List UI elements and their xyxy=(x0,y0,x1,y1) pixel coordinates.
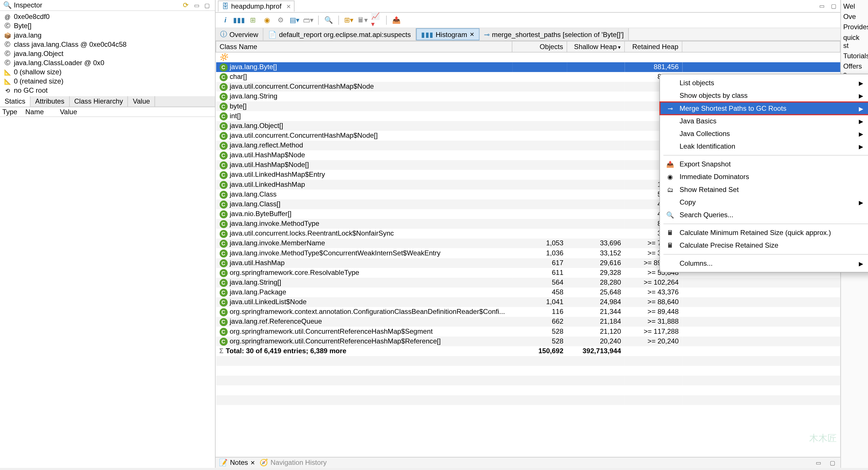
table-row[interactable]: Corg.springframework.util.ConcurrentRefe… xyxy=(216,336,840,346)
menu-item-immediate-dominators[interactable]: ◉Immediate Dominators xyxy=(660,170,868,183)
minimize-icon[interactable]: ▭ xyxy=(814,459,823,467)
inspector-tab-attributes[interactable]: Attributes xyxy=(30,96,69,106)
menu-item-leak-identification[interactable]: Leak Identification▶ xyxy=(660,140,868,153)
class-icon: C xyxy=(219,259,227,267)
histogram-icon: ▮▮▮ xyxy=(421,30,433,38)
editor-toolbar: i ▮▮▮ ⊞ ◉ ⚙ ▤▾ 🗃▾ 🔍 ⊞▾ 🖩▾ 📈▾ 📤 xyxy=(216,12,840,28)
minimize-icon[interactable]: ▭ xyxy=(817,2,826,10)
table-row[interactable]: Cjava.lang.String[]56428,280>= 102,264 xyxy=(216,278,840,287)
chart-icon[interactable]: 📈▾ xyxy=(371,15,381,25)
table-row[interactable]: Cjava.lang.ref.ReferenceQueue66221,184>=… xyxy=(216,316,840,326)
maximize-icon[interactable]: ▢ xyxy=(828,459,837,467)
table-row[interactable]: Corg.springframework.context.annotation.… xyxy=(216,307,840,316)
filter-row[interactable]: 🔆 xyxy=(216,52,840,62)
class-icon: C xyxy=(219,102,227,110)
class-icon: C xyxy=(219,318,227,326)
sidebar-text: quick st xyxy=(843,33,866,49)
inner-tab-merge_shortest_paths[interactable]: ⊸merge_shortest_paths [selection of 'Byt… xyxy=(479,28,629,40)
menu-item-copy[interactable]: Copy▶ xyxy=(660,196,868,209)
info-icon[interactable]: i xyxy=(220,15,230,25)
inspector-tab-class-hierarchy[interactable]: Class Hierarchy xyxy=(69,96,128,106)
table-row[interactable]: Corg.springframework.util.ConcurrentRefe… xyxy=(216,326,840,336)
menu-separator xyxy=(663,223,868,224)
group-icon[interactable]: ⊞▾ xyxy=(344,15,354,25)
blank-icon xyxy=(665,142,675,151)
menu-item-calculate-precise-retained-siz[interactable]: 🖩Calculate Precise Retained Size xyxy=(660,239,868,252)
tree-row[interactable]: ⟲no GC root xyxy=(2,86,213,95)
empty-row xyxy=(216,395,840,405)
close-icon[interactable]: ✕ xyxy=(250,459,255,466)
nav-history-tab[interactable]: 🧭 Navigation History xyxy=(259,459,327,467)
class-icon: Ⓒ xyxy=(3,22,11,30)
search-icon[interactable]: 🔍 xyxy=(323,15,334,25)
tree-row[interactable]: Ⓒclass java.lang.Class @ 0xe0c04c58 xyxy=(2,40,213,49)
tree-row[interactable]: @0xe0e8cdf0 xyxy=(2,12,213,21)
tree-row[interactable]: Ⓒjava.lang.Object xyxy=(2,49,213,58)
maximize-icon[interactable]: ▢ xyxy=(829,2,838,10)
thread-icon[interactable]: 🗃▾ xyxy=(303,15,313,25)
menu-item-java-collections[interactable]: Java Collections▶ xyxy=(660,127,868,140)
query-icon[interactable]: ▤▾ xyxy=(289,15,300,25)
menu-item-show-objects-by-class[interactable]: Show objects by class▶ xyxy=(660,89,868,102)
tree-row[interactable]: 📐0 (retained size) xyxy=(2,76,213,86)
export-icon[interactable]: 📤 xyxy=(391,15,402,25)
tree-row[interactable]: ⒸByte[] xyxy=(2,21,213,30)
class-icon: C xyxy=(219,338,227,345)
chevron-right-icon: ▶ xyxy=(847,260,863,267)
table-row[interactable]: Cjava.util.LinkedList$Node1,04124,984>= … xyxy=(216,297,840,307)
class-icon: C xyxy=(219,229,227,238)
menu-item-show-retained-set[interactable]: 🗂Show Retained Set xyxy=(660,183,868,196)
report-icon: 📄 xyxy=(268,30,277,38)
menu-label: Java Collections xyxy=(679,130,730,138)
close-icon[interactable]: ✕ xyxy=(470,31,474,37)
inspector-title: Inspector xyxy=(14,1,179,9)
inner-tab-overview[interactable]: ⓘOverview xyxy=(216,28,264,40)
table-row[interactable]: Cjava.lang.Byte[]881,456 xyxy=(216,62,840,72)
menu-item-java-basics[interactable]: Java Basics▶ xyxy=(660,115,868,127)
inspector-tab-value[interactable]: Value xyxy=(128,96,155,106)
notes-tab[interactable]: 📝 Notes ✕ xyxy=(219,459,255,467)
calc-icon[interactable]: 🖩▾ xyxy=(358,15,368,25)
class-icon: C xyxy=(219,112,227,120)
menu-item-search-queries-[interactable]: 🔍Search Queries... xyxy=(660,209,868,221)
empty-row xyxy=(216,375,840,385)
menu-item-list-objects[interactable]: List objects▶ xyxy=(660,76,868,89)
close-icon[interactable]: ✕ xyxy=(286,3,291,9)
menu-label: Calculate Minimum Retained Size (quick a… xyxy=(679,229,831,237)
column-objects[interactable]: Objects xyxy=(512,41,567,52)
nav-icon: 🧭 xyxy=(259,459,268,467)
menu-item-columns-[interactable]: Columns...▶ xyxy=(660,257,868,270)
tree-label: 0 (retained size) xyxy=(14,77,63,85)
histogram-icon[interactable]: ▮▮▮ xyxy=(234,15,244,25)
editor-tab-heapdump[interactable]: 🗄 heapdump.hprof ✕ xyxy=(218,1,295,11)
class-icon: Ⓒ xyxy=(3,50,11,58)
tree-row[interactable]: 📐0 (shallow size) xyxy=(2,67,213,76)
menu-item-merge-shortest-paths-to-gc-roo[interactable]: ⊸Merge Shortest Paths to GC Roots▶ xyxy=(660,102,868,115)
column-shallow-heap[interactable]: Shallow Heap▾ xyxy=(567,41,625,52)
tree-row[interactable]: 📦java.lang xyxy=(2,30,213,40)
column-class-name[interactable]: Class Name xyxy=(216,41,512,52)
menu-label: Calculate Precise Retained Size xyxy=(679,241,778,249)
gear-icon[interactable]: ⚙ xyxy=(276,15,286,25)
inspector-tab-statics[interactable]: Statics xyxy=(0,96,30,106)
table-row[interactable]: Cjava.lang.Package45825,648>= 43,376 xyxy=(216,287,840,297)
inner-tab-default_report[interactable]: 📄default_report org.eclipse.mat.api:susp… xyxy=(264,28,416,40)
menu-label: Java Basics xyxy=(679,117,716,125)
tree-row[interactable]: Ⓒjava.lang.ClassLoader @ 0x0 xyxy=(2,58,213,67)
column-retained-heap[interactable]: Retained Heap xyxy=(625,41,682,52)
dominators-icon[interactable]: ◉ xyxy=(262,15,272,25)
class-icon: C xyxy=(219,239,227,247)
menu-item-export-snapshot[interactable]: 📤Export Snapshot xyxy=(660,158,868,170)
at-icon: @ xyxy=(3,12,11,21)
menu-item-calculate-minimum-retained-siz[interactable]: 🖩Calculate Minimum Retained Size (quick … xyxy=(660,226,868,239)
sync-icon[interactable]: ⟳ xyxy=(182,1,190,9)
chevron-right-icon: ▶ xyxy=(847,118,863,124)
minimize-icon[interactable]: ▭ xyxy=(192,1,201,9)
maximize-icon[interactable]: ▢ xyxy=(203,1,212,9)
menu-label: Copy xyxy=(679,198,695,206)
inner-tab-histogram[interactable]: ▮▮▮Histogram✕ xyxy=(416,28,479,40)
tree-icon[interactable]: ⊞ xyxy=(248,15,258,25)
menu-label: Export Snapshot xyxy=(679,160,731,168)
sort-desc-icon: ▾ xyxy=(618,44,621,50)
sidebar-text: Wel xyxy=(843,2,866,10)
